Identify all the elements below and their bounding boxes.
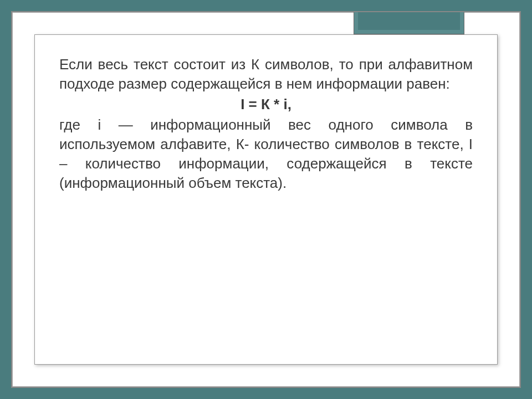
slide-formula: I = К * i, [59, 96, 473, 113]
slide-paragraph-explanation: где i — информационный вес одного символ… [59, 115, 473, 193]
slide-outer-frame: Если весь текст состоит из К символов, т… [11, 11, 521, 388]
slide-tab-inner [358, 12, 460, 30]
slide-paragraph-intro: Если весь текст состоит из К символов, т… [59, 55, 473, 94]
slide-content-frame: Если весь текст состоит из К символов, т… [34, 34, 498, 365]
